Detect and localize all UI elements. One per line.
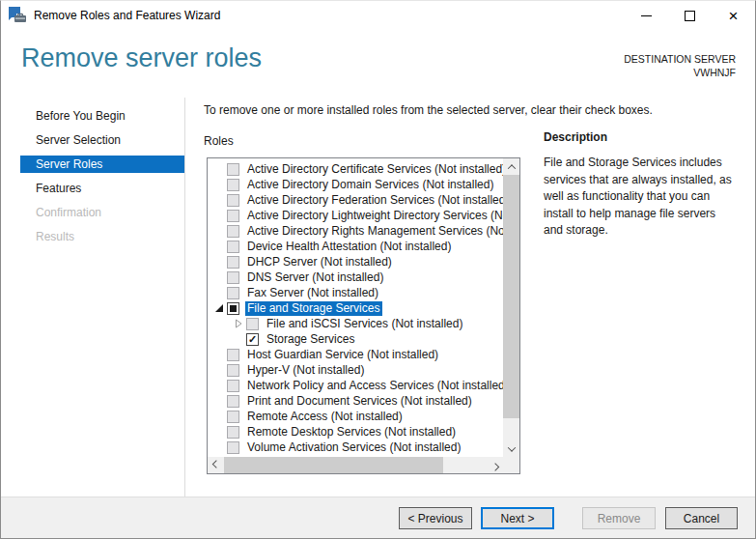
role-label[interactable]: Fax Server (Not installed) xyxy=(245,286,381,300)
expanded-triangle-icon[interactable] xyxy=(211,302,227,314)
role-row[interactable]: Fax Server (Not installed) xyxy=(208,285,503,300)
indeterminate-mark xyxy=(230,305,237,312)
minimize-button[interactable] xyxy=(625,1,668,30)
expander-spacer xyxy=(211,194,227,206)
role-row[interactable]: Hyper-V (Not installed) xyxy=(208,362,503,378)
role-row[interactable]: Device Health Attestation (Not installed… xyxy=(208,239,503,254)
maximize-icon xyxy=(685,11,695,21)
role-checkbox[interactable] xyxy=(227,411,239,423)
role-checkbox[interactable] xyxy=(227,364,239,377)
role-checkbox[interactable] xyxy=(227,441,239,454)
role-checkbox[interactable] xyxy=(227,225,239,238)
role-row[interactable]: DNS Server (Not installed) xyxy=(208,270,503,285)
role-label[interactable]: Active Directory Rights Management Servi… xyxy=(245,224,503,239)
expander-spacer xyxy=(211,380,227,391)
role-label[interactable]: Volume Activation Services (Not installe… xyxy=(245,440,463,455)
chevron-left-icon xyxy=(211,460,219,468)
role-label[interactable]: File and iSCSI Services (Not installed) xyxy=(265,317,465,331)
role-label[interactable]: File and Storage Services xyxy=(245,301,382,316)
role-checkbox[interactable] xyxy=(227,349,239,361)
role-row[interactable]: Active Directory Domain Services (Not in… xyxy=(208,177,503,192)
role-label[interactable]: Remote Desktop Services (Not installed) xyxy=(245,425,459,440)
expander-spacer xyxy=(211,395,227,407)
role-checkbox[interactable] xyxy=(227,302,239,315)
roles-listbox: Active Directory Certificate Services (N… xyxy=(207,157,520,474)
role-checkbox[interactable] xyxy=(227,380,239,392)
remove-button: Remove xyxy=(582,507,656,529)
expander-spacer xyxy=(211,287,227,298)
role-label[interactable]: DHCP Server (Not installed) xyxy=(245,255,395,270)
role-row[interactable]: Print and Document Services (Not install… xyxy=(208,393,503,409)
vertical-scrollbar-thumb[interactable] xyxy=(503,175,519,418)
role-checkbox[interactable]: ✓ xyxy=(246,333,259,346)
previous-button[interactable]: < Previous xyxy=(399,507,472,529)
role-label[interactable]: Host Guardian Service (Not installed) xyxy=(245,348,441,362)
role-label[interactable]: Network Policy and Access Services (Not … xyxy=(245,379,503,393)
role-checkbox[interactable] xyxy=(227,210,239,222)
server-manager-icon xyxy=(9,7,28,23)
role-label[interactable]: Remote Access (Not installed) xyxy=(245,410,406,424)
role-checkbox[interactable] xyxy=(227,163,239,176)
role-label[interactable]: Storage Services xyxy=(265,332,357,347)
expander-spacer xyxy=(231,333,246,345)
role-row[interactable]: Network Policy and Access Services (Not … xyxy=(208,378,503,393)
expander-spacer xyxy=(211,271,227,283)
next-button[interactable]: Next > xyxy=(481,507,554,529)
role-row[interactable]: Active Directory Rights Management Servi… xyxy=(208,223,503,239)
role-label[interactable]: Device Health Attestation (Not installed… xyxy=(245,240,454,254)
collapsed-triangle-icon[interactable] xyxy=(231,318,246,329)
role-label[interactable]: Hyper-V (Not installed) xyxy=(245,363,367,378)
page-title: Remove server roles xyxy=(21,43,262,73)
expander-spacer xyxy=(211,349,227,360)
scroll-up-button[interactable] xyxy=(503,158,519,175)
maximize-button[interactable] xyxy=(668,1,712,30)
role-row[interactable]: Volume Activation Services (Not installe… xyxy=(208,440,503,455)
role-row[interactable]: Active Directory Federation Services (No… xyxy=(208,192,503,208)
horizontal-scrollbar[interactable] xyxy=(208,457,503,473)
role-label[interactable]: Print and Document Services (Not install… xyxy=(245,394,475,409)
role-row[interactable]: Remote Access (Not installed) xyxy=(208,409,503,424)
sidebar-item-confirmation: Confirmation xyxy=(20,204,184,221)
role-label[interactable]: Active Directory Domain Services (Not in… xyxy=(245,178,496,192)
expander-spacer xyxy=(211,364,227,376)
role-checkbox[interactable] xyxy=(227,426,239,439)
role-checkbox[interactable] xyxy=(227,271,239,284)
role-label[interactable]: Active Directory Certificate Services (N… xyxy=(245,162,503,177)
role-checkbox[interactable] xyxy=(246,318,259,330)
wizard-window: Remove Roles and Features Wizard × Remov… xyxy=(0,0,756,539)
role-checkbox[interactable] xyxy=(227,241,239,253)
expander-spacer xyxy=(211,426,227,438)
roles-label: Roles xyxy=(204,134,234,148)
role-row[interactable]: Host Guardian Service (Not installed) xyxy=(208,347,503,362)
sidebar-item-before-you-begin[interactable]: Before You Begin xyxy=(20,107,184,125)
role-row[interactable]: ✓Storage Services xyxy=(208,331,503,347)
role-row[interactable]: File and Storage Services xyxy=(208,300,503,316)
expander-spacer xyxy=(211,256,227,268)
role-label[interactable]: Active Directory Lightweight Directory S… xyxy=(245,209,503,223)
role-label[interactable]: DNS Server (Not installed) xyxy=(245,270,386,285)
role-checkbox[interactable] xyxy=(227,194,239,207)
close-button[interactable]: × xyxy=(712,1,755,30)
scroll-right-button[interactable] xyxy=(487,457,503,473)
horizontal-scrollbar-thumb[interactable] xyxy=(224,457,443,473)
role-row[interactable]: File and iSCSI Services (Not installed) xyxy=(208,316,503,331)
role-row[interactable]: Remote Desktop Services (Not installed) xyxy=(208,424,503,440)
role-checkbox[interactable] xyxy=(227,395,239,408)
scroll-left-button[interactable] xyxy=(208,457,224,473)
role-checkbox[interactable] xyxy=(227,179,239,191)
sidebar-item-server-selection[interactable]: Server Selection xyxy=(20,131,184,149)
scroll-down-button[interactable] xyxy=(503,440,519,457)
sidebar-item-server-roles[interactable]: Server Roles xyxy=(20,156,184,173)
expander-spacer xyxy=(211,179,227,190)
role-checkbox[interactable] xyxy=(227,287,239,299)
description-title: Description xyxy=(544,130,607,144)
role-row[interactable]: Active Directory Certificate Services (N… xyxy=(208,161,503,177)
role-row[interactable]: DHCP Server (Not installed) xyxy=(208,254,503,270)
role-label[interactable]: Active Directory Federation Services (No… xyxy=(245,193,503,208)
role-checkbox[interactable] xyxy=(227,256,239,269)
sidebar-item-features[interactable]: Features xyxy=(20,180,184,197)
role-row[interactable]: Active Directory Lightweight Directory S… xyxy=(208,208,503,223)
vertical-scrollbar[interactable] xyxy=(503,158,519,457)
cancel-button[interactable]: Cancel xyxy=(665,507,738,529)
window-title: Remove Roles and Features Wizard xyxy=(34,9,220,22)
